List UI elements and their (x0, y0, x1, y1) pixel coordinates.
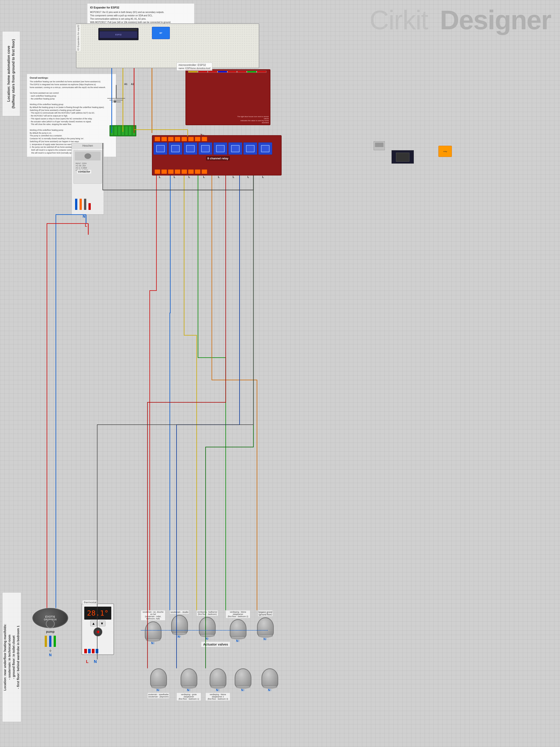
valve-8-neutral: N↑ (216, 688, 220, 692)
valve-7-label: verdieping - grote slaapkamer(first floo… (177, 693, 201, 701)
relay-out-l2: L (168, 176, 181, 179)
pump-neutral-label: N (49, 653, 52, 657)
thermostat-terminal-n (88, 649, 91, 653)
valve-4-neutral: N↑ (236, 639, 240, 643)
relay-bottom-terminal (168, 170, 174, 174)
relay-board-label: 8 channel relay (206, 156, 230, 160)
valve-1-neutral: N↑ (151, 641, 155, 645)
info-title: IO Expander for ESP32 (90, 6, 191, 9)
terminal-block-unit (125, 126, 128, 135)
thermostat-up-button[interactable]: ▲ (90, 621, 97, 626)
ethernet-port (374, 141, 385, 150)
contactor-label: contactor (77, 170, 91, 174)
valve-1: souterrain - wc, douche en hal(souterrai… (141, 610, 165, 645)
terminal-block-unit (121, 126, 125, 135)
valve-9-body (235, 668, 251, 687)
valve-6-neutral: N↑ (156, 688, 160, 692)
title-designer: Designer (440, 4, 551, 35)
valve-3-neutral: N↑ (205, 637, 209, 640)
valve-8: N↑ verdieping - kleine slaapkamer 2(firs… (206, 668, 230, 701)
valve-6: N↑ souterrain - speelkader(souterrain - … (148, 668, 169, 698)
relay-bottom-terminal (155, 170, 160, 174)
relay-terminal (155, 137, 160, 141)
relay-bottom-terminal (195, 170, 201, 174)
app-title: Cirkit Designer (370, 4, 551, 35)
valve-2: souterrain - studio N↑ (170, 610, 189, 638)
valve-5-body (257, 617, 274, 636)
valve-1-label: souterrain - wc, douche en hal(souterrai… (141, 610, 165, 620)
relay-unit-6 (229, 143, 242, 155)
relay-terminal (188, 137, 194, 141)
pump-body: EVOTIS GRUNDFOS (32, 608, 68, 628)
relay-bottom-terminal (188, 170, 194, 174)
valve-5-label: begane grond(ground floor) (258, 610, 273, 616)
relay-board-8ch: 8 channel relay (152, 135, 282, 176)
terminal-block-unit (132, 126, 135, 135)
relay-out-l5: L (212, 176, 225, 179)
live-label-contactor: L (85, 224, 87, 228)
relay-unit-7 (243, 143, 257, 155)
relay-out-l6: L (227, 176, 240, 179)
location-bottom-label: Location: near underfloor heating manifo… (2, 592, 21, 722)
valve-6-label: souterrain - speelkader(souterrain - pla… (148, 693, 169, 698)
thermostat-terminal-l (84, 649, 87, 653)
relay-unit-8 (258, 143, 272, 155)
thermostat-display: 28.1° (84, 607, 111, 620)
terminal-block-unit (110, 126, 113, 135)
terminal-block-unit (114, 126, 117, 135)
relay-out-l8: L (256, 176, 270, 179)
relay-out-l1: L (153, 176, 166, 179)
main-chip (392, 150, 414, 163)
relay-bottom-terminal (202, 170, 207, 174)
relay-unit-1 (154, 143, 167, 155)
relay-terminal (161, 137, 167, 141)
valve-8-label: verdieping - kleine slaapkamer 2(first f… (206, 693, 230, 701)
gnd-symbol-breadboard: ⏚ (113, 98, 116, 103)
relay-terminal (195, 137, 201, 141)
breadboard-label: IO Expanders for esp32 (76, 24, 80, 51)
relay-terminal (175, 137, 180, 141)
valve-9: N↑ (235, 668, 251, 692)
thermostat-n-label: N (94, 660, 97, 664)
valve-4: verdieping - kleine slaapkamer(first flo… (226, 610, 250, 643)
relay-terminal (182, 137, 187, 141)
relay-unit-3 (184, 143, 197, 155)
esp32-module: ESP32 (98, 28, 138, 40)
valve-5-neutral: N↑ (264, 637, 267, 641)
thermostat-device: 28.1° ▲ ▼ (82, 603, 114, 655)
location-top-label: Location: home automation cove(halfway s… (2, 31, 20, 116)
terminal-block-unit (129, 126, 132, 135)
terminal-block-unit (118, 126, 121, 135)
thermostat-terminal-l2 (92, 649, 95, 653)
thermostat-terminal-n2 (96, 649, 98, 653)
valve-7-neutral: N↑ (187, 688, 191, 692)
relay-bottom-terminal (175, 170, 180, 174)
relay-out-l7: L (242, 176, 255, 179)
relay-unit-2 (168, 143, 182, 155)
wifi-module: BT (152, 27, 170, 39)
relay-terminal (168, 137, 174, 141)
relay-out-l4: L (197, 176, 211, 179)
valve-10-body (262, 668, 278, 687)
relay-bottom-terminal (161, 170, 167, 174)
valve-2-body (171, 615, 188, 634)
valve-3-label: verdieping - badkamer(first floor - bedr… (197, 610, 218, 616)
neutral-label-contactor: N (83, 214, 85, 218)
thermostat-down-button[interactable]: ▼ (99, 621, 105, 626)
desc-title: Overall workings: (30, 76, 113, 80)
valve-8-body (210, 668, 226, 687)
microcontroller-label: microcontroller: ESP32 name: ESPHome dom… (177, 62, 212, 71)
valve-5: begane grond(ground floor) N↑ (257, 610, 274, 641)
relay-unit-4 (198, 143, 212, 155)
valve-3: verdieping - badkamer(first floor - bedr… (197, 610, 218, 640)
pump-label: pump (46, 630, 55, 634)
contactor-box: Heschen IN/AC: 220V AC-3e: 25A AC-1: 0.3… (72, 143, 104, 214)
relay-unit-5 (213, 143, 227, 155)
thermostat-l-label: L (86, 660, 88, 664)
thermostat-power-button[interactable] (94, 627, 102, 636)
pump-area: EVOTIS GRUNDFOS pump ⏚ N (30, 608, 71, 657)
valve-4-label: verdieping - kleine slaapkamer(first flo… (226, 610, 250, 618)
contactor-body: IN/AC: 220V AC-3e: 25A AC-1: 0.3kW AC-3e… (74, 150, 102, 184)
relay-out-l3: L (183, 176, 196, 179)
thermostat-label: thermostat (82, 600, 98, 604)
